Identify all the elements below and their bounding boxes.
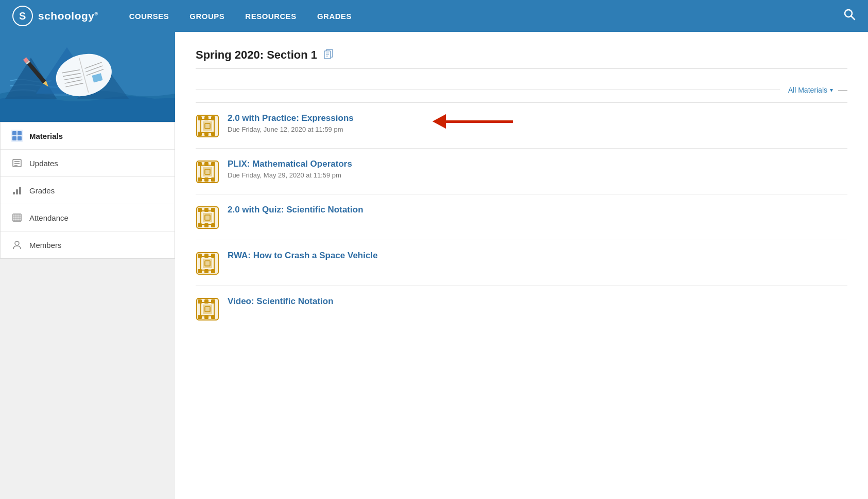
svg-rect-23 bbox=[12, 136, 16, 140]
svg-rect-29 bbox=[13, 192, 15, 194]
sidebar-item-updates-label: Updates bbox=[29, 159, 58, 168]
course-item-3: 2.0 with Quiz: Scientific Notation bbox=[196, 194, 847, 240]
main-header: S schoology® COURSES GROUPS RESOURCES GR… bbox=[0, 0, 868, 32]
svg-point-39 bbox=[15, 241, 19, 245]
sidebar-item-attendance-label: Attendance bbox=[29, 213, 68, 222]
film-reel-icon-4 bbox=[196, 252, 219, 275]
filter-label: All Materials bbox=[788, 86, 827, 94]
item-content-4: RWA: How to Crash a Space Vehicle bbox=[228, 251, 847, 261]
svg-rect-98 bbox=[203, 305, 212, 314]
course-banner bbox=[0, 32, 175, 122]
attendance-icon bbox=[11, 211, 23, 224]
item-content-2: PLIX: Mathematical Operators Due Friday,… bbox=[228, 159, 847, 179]
sidebar-nav: Materials Updates bbox=[0, 122, 175, 259]
copy-icon[interactable] bbox=[322, 47, 335, 62]
nav-grades[interactable]: GRADES bbox=[317, 12, 352, 21]
item-due-2: Due Friday, May 29, 2020 at 11:59 pm bbox=[228, 171, 847, 179]
item-title-4[interactable]: RWA: How to Crash a Space Vehicle bbox=[228, 251, 378, 261]
course-item-4: RWA: How to Crash a Space Vehicle bbox=[196, 240, 847, 286]
svg-rect-22 bbox=[18, 131, 22, 135]
nav-groups[interactable]: GROUPS bbox=[189, 12, 224, 21]
svg-rect-54 bbox=[203, 121, 212, 131]
film-reel-icon-2 bbox=[196, 160, 219, 184]
chevron-down-icon: ▾ bbox=[830, 86, 833, 94]
item-title-2[interactable]: PLIX: Mathematical Operators bbox=[228, 159, 352, 169]
item-title-3[interactable]: 2.0 with Quiz: Scientific Notation bbox=[228, 205, 363, 215]
logo-text: schoology® bbox=[38, 10, 98, 22]
svg-rect-76 bbox=[203, 213, 212, 222]
film-reel-icon-5 bbox=[196, 297, 219, 321]
sidebar-item-updates[interactable]: Updates bbox=[1, 150, 175, 177]
item-content-3: 2.0 with Quiz: Scientific Notation bbox=[228, 205, 847, 215]
svg-rect-24 bbox=[18, 136, 22, 140]
svg-line-1 bbox=[852, 16, 855, 20]
sidebar-item-attendance[interactable]: Attendance bbox=[1, 204, 175, 231]
red-arrow bbox=[432, 114, 513, 129]
search-icon[interactable] bbox=[843, 8, 856, 24]
item-content-5: Video: Scientific Notation bbox=[228, 296, 847, 307]
grades-icon bbox=[11, 184, 23, 197]
arrow-head bbox=[432, 114, 446, 129]
filter-line bbox=[196, 90, 780, 90]
item-due-1: Due Friday, June 12, 2020 at 11:59 pm bbox=[228, 126, 847, 133]
film-reel-icon-3 bbox=[196, 206, 219, 229]
arrow-line bbox=[446, 120, 513, 123]
materials-icon bbox=[11, 130, 23, 142]
page-title: Spring 2020: Section 1 bbox=[196, 48, 317, 62]
svg-rect-31 bbox=[19, 187, 21, 194]
updates-icon bbox=[11, 157, 23, 169]
svg-rect-30 bbox=[16, 189, 18, 194]
sidebar-item-materials-label: Materials bbox=[29, 132, 63, 140]
main-layout: Materials Updates bbox=[0, 32, 868, 499]
nav-courses[interactable]: COURSES bbox=[129, 12, 169, 21]
sidebar-item-members-label: Members bbox=[29, 241, 62, 249]
svg-rect-87 bbox=[203, 259, 212, 268]
svg-rect-21 bbox=[12, 131, 16, 135]
main-content: Spring 2020: Section 1 All Materials ▾ — bbox=[175, 32, 868, 499]
sidebar-item-materials[interactable]: Materials bbox=[1, 122, 175, 150]
sidebar-item-grades[interactable]: Grades bbox=[1, 177, 175, 204]
nav-resources[interactable]: RESOURCES bbox=[245, 12, 297, 21]
course-item-2: PLIX: Mathematical Operators Due Friday,… bbox=[196, 149, 847, 194]
title-divider bbox=[196, 68, 847, 69]
sidebar-item-members[interactable]: Members bbox=[1, 231, 175, 258]
item-content-1: 2.0 with Practice: Expressions Due Frida… bbox=[228, 113, 847, 133]
logo[interactable]: S schoology® bbox=[12, 6, 98, 26]
main-nav: COURSES GROUPS RESOURCES GRADES bbox=[129, 12, 352, 21]
filter-bar: All Materials ▾ — bbox=[196, 84, 847, 103]
course-item-5: Video: Scientific Notation bbox=[196, 286, 847, 331]
course-item-1: 2.0 with Practice: Expressions Due Frida… bbox=[196, 103, 847, 149]
members-icon bbox=[11, 239, 23, 251]
item-title-1[interactable]: 2.0 with Practice: Expressions bbox=[228, 113, 354, 123]
logo-circle: S bbox=[12, 6, 33, 26]
sidebar-item-grades-label: Grades bbox=[29, 186, 55, 195]
film-reel-icon-1 bbox=[196, 114, 219, 138]
svg-rect-65 bbox=[203, 167, 212, 176]
filter-more-icon[interactable]: — bbox=[838, 84, 847, 95]
sidebar: Materials Updates bbox=[0, 32, 175, 499]
filter-dropdown[interactable]: All Materials ▾ bbox=[788, 86, 833, 94]
page-title-row: Spring 2020: Section 1 bbox=[196, 47, 847, 62]
item-title-5[interactable]: Video: Scientific Notation bbox=[228, 296, 334, 307]
